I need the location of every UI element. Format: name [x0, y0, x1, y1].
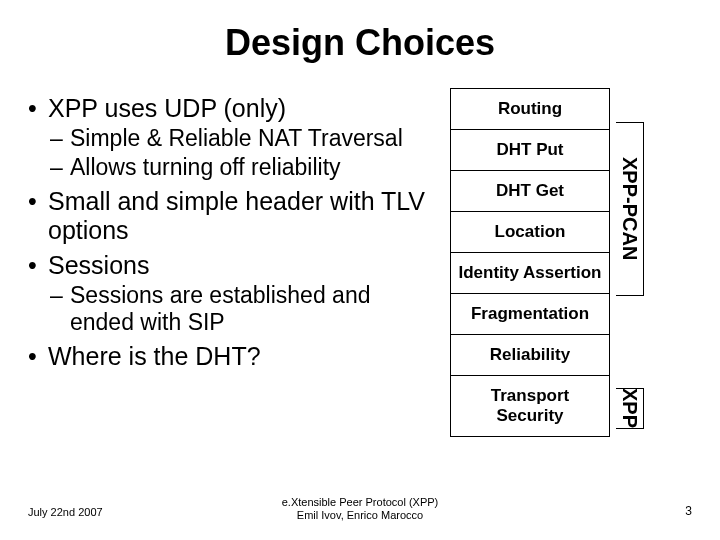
- footer-mid-line1: e.Xtensible Peer Protocol (XPP): [282, 496, 439, 508]
- footer-middle: e.Xtensible Peer Protocol (XPP) Emil Ivo…: [0, 496, 720, 522]
- stack-cell: DHT Put: [451, 130, 609, 171]
- stack-cell: Location: [451, 212, 609, 253]
- slide: Design Choices XPP uses UDP (only) Simpl…: [0, 0, 720, 540]
- stack-cell: Reliability: [451, 335, 609, 376]
- slide-title: Design Choices: [0, 22, 720, 64]
- bullet-l2: Simple & Reliable NAT Traversal: [28, 125, 440, 152]
- bullet-l1: Sessions: [28, 251, 440, 280]
- stack-cell: DHT Get: [451, 171, 609, 212]
- stack-cell: Routing: [451, 89, 609, 130]
- stack-cell: Transport Security: [451, 376, 609, 436]
- stack-cell: Identity Assertion: [451, 253, 609, 294]
- protocol-stack: Routing DHT Put DHT Get Location Identit…: [450, 88, 695, 437]
- footer-mid-line2: Emil Ivov, Enrico Marocco: [297, 509, 423, 521]
- bullet-l1: Where is the DHT?: [28, 342, 440, 371]
- bullet-content: XPP uses UDP (only) Simple & Reliable NA…: [28, 88, 440, 371]
- bullet-l1: XPP uses UDP (only): [28, 94, 440, 123]
- stack-table: Routing DHT Put DHT Get Location Identit…: [450, 88, 610, 437]
- side-label-xpp-pcan: XPP-PCAN: [616, 122, 644, 296]
- bullet-l1: Small and simple header with TLV options: [28, 187, 440, 245]
- side-label-xpp: XPP: [616, 388, 644, 429]
- page-number: 3: [685, 504, 692, 518]
- bullet-l2: Allows turning off reliability: [28, 154, 440, 181]
- bullet-l2: Sessions are established and ended with …: [28, 282, 440, 336]
- stack-cell: Fragmentation: [451, 294, 609, 335]
